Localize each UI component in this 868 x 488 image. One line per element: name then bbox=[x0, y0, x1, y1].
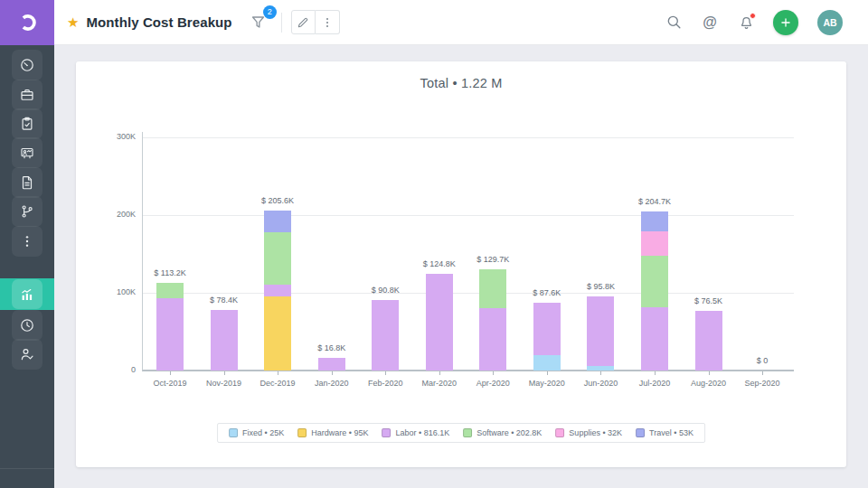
bar-segment-labor[interactable] bbox=[372, 300, 399, 371]
y-tick-label: 300K bbox=[94, 132, 136, 141]
x-tick-mark bbox=[762, 371, 763, 375]
plus-icon bbox=[779, 16, 792, 29]
bar-segment-labor[interactable] bbox=[533, 303, 561, 356]
legend-item-fixed[interactable]: Fixed • 25K bbox=[229, 428, 284, 437]
sidebar-item-timesheets[interactable] bbox=[12, 310, 42, 341]
bar-segment-labor[interactable] bbox=[211, 310, 238, 371]
main-content: Total • 1.22 M 0100K200K300K$ 113.2KOct-… bbox=[54, 45, 868, 488]
bar-segment-labor[interactable] bbox=[318, 358, 345, 371]
more-options-button[interactable] bbox=[316, 10, 340, 34]
mentions-button[interactable]: @ bbox=[699, 12, 721, 33]
legend-item-labor[interactable]: Labor • 816.1K bbox=[382, 428, 449, 437]
bar-segment-software[interactable] bbox=[641, 256, 668, 307]
y-tick-label: 0 bbox=[94, 365, 136, 374]
legend-item-supplies[interactable]: Supplies • 32K bbox=[555, 428, 622, 437]
sidebar-item-more[interactable] bbox=[12, 226, 42, 257]
gridline bbox=[142, 137, 794, 138]
kebab-menu-icon bbox=[20, 234, 34, 249]
bar-segment-travel[interactable] bbox=[641, 211, 668, 231]
bar-segment-labor[interactable] bbox=[641, 307, 668, 371]
sidebar-item-documents[interactable] bbox=[12, 167, 42, 198]
x-tick-mark bbox=[278, 371, 278, 375]
bar-chart-icon bbox=[19, 286, 35, 303]
x-tick-mark bbox=[332, 371, 333, 375]
bar-segment-labor[interactable] bbox=[156, 298, 184, 371]
sidebar-footer-divider bbox=[0, 468, 54, 469]
sidebar-item-reports-active[interactable] bbox=[0, 278, 54, 310]
legend-swatch-hardware bbox=[297, 428, 307, 437]
legend-label: Labor • 816.1K bbox=[395, 428, 449, 437]
bar-segment-labor[interactable] bbox=[695, 311, 722, 371]
bar-segment-fixed[interactable] bbox=[587, 366, 614, 371]
x-tick-mark bbox=[439, 371, 440, 375]
bar-segment-supplies[interactable] bbox=[641, 231, 668, 257]
app-logo[interactable] bbox=[0, 0, 54, 45]
bar-value-label: $ 90.8K bbox=[347, 286, 423, 295]
bar-value-label: $ 0 bbox=[724, 356, 800, 365]
search-button[interactable] bbox=[663, 12, 684, 33]
legend-label: Hardware • 95K bbox=[311, 428, 368, 437]
add-button[interactable] bbox=[773, 10, 798, 35]
legend-label: Supplies • 32K bbox=[569, 428, 622, 437]
bar-value-label: $ 76.5K bbox=[671, 296, 747, 305]
report-card: Total • 1.22 M 0100K200K300K$ 113.2KOct-… bbox=[76, 61, 846, 467]
bar-segment-software[interactable] bbox=[156, 283, 184, 298]
legend-label: Fixed • 25K bbox=[242, 428, 284, 437]
bar-value-label: $ 204.7K bbox=[617, 197, 693, 206]
sidebar-item-dashboard[interactable] bbox=[12, 50, 42, 80]
bar-segment-labor[interactable] bbox=[264, 285, 291, 297]
legend-swatch-labor bbox=[382, 428, 391, 437]
briefcase-icon bbox=[19, 87, 35, 103]
bar-segment-fixed[interactable] bbox=[533, 355, 561, 371]
legend-swatch-software bbox=[463, 428, 472, 437]
person-board-icon bbox=[19, 145, 35, 161]
legend-swatch-supplies bbox=[555, 428, 564, 437]
document-icon bbox=[19, 174, 35, 191]
sidebar-item-approvals[interactable] bbox=[12, 339, 42, 370]
sidebar-item-tasks[interactable] bbox=[12, 108, 42, 139]
bar-value-label: $ 113.2K bbox=[132, 268, 208, 277]
legend-label: Software • 202.8K bbox=[476, 428, 542, 437]
legend-label: Travel • 53K bbox=[649, 428, 693, 437]
x-tick-mark bbox=[547, 371, 548, 375]
y-tick-label: 200K bbox=[94, 210, 136, 219]
pencil-icon bbox=[297, 16, 309, 29]
x-tick-mark bbox=[224, 371, 225, 375]
bar-segment-labor[interactable] bbox=[587, 296, 614, 367]
bar-segment-labor[interactable] bbox=[426, 274, 453, 371]
sidebar-item-resources[interactable] bbox=[12, 137, 42, 168]
bar-value-label: $ 95.8K bbox=[562, 282, 638, 291]
x-tick-mark bbox=[655, 371, 656, 375]
bar-segment-travel[interactable] bbox=[264, 211, 291, 232]
x-tick-mark bbox=[170, 371, 171, 375]
person-check-icon bbox=[19, 346, 35, 362]
sidebar-item-workflows[interactable] bbox=[12, 196, 42, 227]
avatar[interactable]: AB bbox=[817, 10, 843, 35]
report-actions bbox=[291, 10, 340, 34]
notification-dot bbox=[750, 13, 756, 19]
notifications-button[interactable] bbox=[735, 12, 757, 33]
bar-segment-software[interactable] bbox=[479, 269, 506, 308]
legend-item-software[interactable]: Software • 202.8K bbox=[463, 428, 542, 437]
sidebar-item-projects[interactable] bbox=[12, 80, 42, 110]
bar-segment-software[interactable] bbox=[264, 232, 291, 285]
filter-count-badge: 2 bbox=[263, 5, 277, 19]
filter-button[interactable]: 2 bbox=[247, 11, 270, 34]
x-tick-mark bbox=[493, 371, 494, 375]
git-branch-icon bbox=[19, 203, 35, 220]
bar-value-label: $ 129.7K bbox=[455, 255, 531, 264]
legend-item-hardware[interactable]: Hardware • 95K bbox=[297, 428, 368, 437]
bar-value-label: $ 16.8K bbox=[294, 343, 370, 352]
clock-icon bbox=[19, 317, 35, 333]
legend-item-travel[interactable]: Travel • 53K bbox=[636, 428, 693, 437]
chart-total-title: Total • 1.22 M bbox=[76, 76, 846, 90]
x-tick-mark bbox=[600, 371, 601, 375]
favorite-star-icon[interactable]: ★ bbox=[67, 15, 79, 29]
sidebar-item-reports[interactable] bbox=[12, 279, 42, 309]
bar-segment-labor[interactable] bbox=[479, 308, 506, 371]
x-tick-mark bbox=[709, 371, 710, 375]
edit-button[interactable] bbox=[291, 10, 316, 34]
bar-segment-hardware[interactable] bbox=[264, 296, 291, 371]
header-right-group: @ AB bbox=[663, 10, 868, 35]
gauge-icon bbox=[19, 57, 35, 73]
